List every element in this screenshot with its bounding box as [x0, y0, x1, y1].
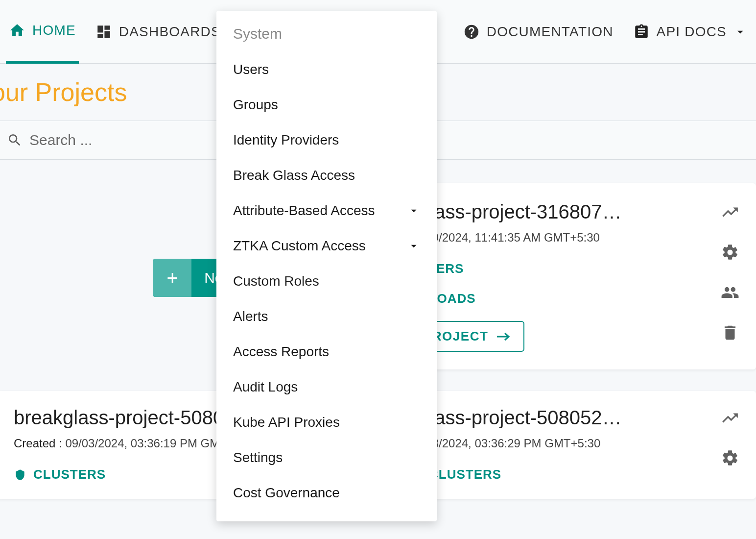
system-dropdown: System Users Groups Identity Providers B… — [216, 11, 437, 521]
dropdown-item-attribute-based-access[interactable]: Attribute-Based Access — [216, 193, 437, 228]
people-icon[interactable] — [721, 283, 739, 302]
nav-documentation[interactable]: DOCUMENTATION — [460, 0, 616, 64]
nav-home[interactable]: HOME — [6, 0, 79, 64]
project-card: kglass-project-316807… 08/29/2024, 11:41… — [393, 183, 756, 369]
trash-icon[interactable] — [721, 323, 739, 342]
gear-icon[interactable] — [721, 243, 739, 262]
dropdown-item-cost-governance[interactable]: Cost Governance — [216, 475, 437, 511]
dropdown-item-kube-api-proxies[interactable]: Kube API Proxies — [216, 405, 437, 440]
gear-icon[interactable] — [721, 449, 739, 467]
dropdown-item-break-glass-access[interactable]: Break Glass Access — [216, 158, 437, 193]
chevron-down-icon — [733, 25, 747, 39]
workloads-link[interactable]: RKLOADS — [409, 291, 716, 306]
project-created: 08/29/2024, 11:41:35 AM GMT+5:30 — [409, 231, 716, 245]
nav-api-docs[interactable]: API DOCS — [630, 0, 750, 64]
help-icon — [463, 24, 480, 40]
clusters-link[interactable]: CLUSTERS — [409, 467, 716, 482]
clipboard-icon — [633, 24, 650, 40]
dropdown-item-settings[interactable]: Settings — [216, 440, 437, 475]
dropdown-item-alerts[interactable]: Alerts — [216, 299, 437, 334]
home-icon — [9, 22, 25, 39]
dropdown-item-identity-providers[interactable]: Identity Providers — [216, 122, 437, 158]
project-name: kglass-project-508052… — [409, 407, 716, 429]
search-icon — [7, 132, 23, 148]
trending-icon[interactable] — [721, 409, 739, 427]
dropdown-item-audit-logs[interactable]: Audit Logs — [216, 369, 437, 405]
project-name: kglass-project-316807… — [409, 201, 716, 223]
dropdown-item-access-reports[interactable]: Access Reports — [216, 334, 437, 369]
trending-icon[interactable] — [721, 203, 739, 221]
chevron-down-icon — [407, 240, 420, 252]
dropdown-item-users[interactable]: Users — [216, 52, 437, 87]
dropdown-item-groups[interactable]: Groups — [216, 87, 437, 122]
dropdown-group-label: System — [216, 16, 437, 52]
chevron-down-icon — [407, 204, 420, 217]
dropdown-item-ztka-custom-access[interactable]: ZTKA Custom Access — [216, 228, 437, 264]
clusters-link[interactable]: USTERS — [409, 261, 716, 276]
nav-home-label: HOME — [32, 23, 76, 38]
project-card: kglass-project-508052… 09/03/2024, 03:36… — [393, 391, 756, 499]
project-created: 09/03/2024, 03:36:29 PM GMT+5:30 — [409, 437, 716, 450]
nav-api-docs-label: API DOCS — [657, 24, 727, 40]
nav-dashboards-label: DASHBOARDS — [119, 24, 221, 40]
plus-icon: + — [153, 259, 191, 297]
dropdown-item-custom-roles[interactable]: Custom Roles — [216, 264, 437, 299]
dashboard-icon — [95, 24, 112, 40]
arrow-right-icon — [496, 331, 511, 342]
nav-dashboards[interactable]: DASHBOARDS — [93, 0, 224, 64]
nav-documentation-label: DOCUMENTATION — [487, 24, 614, 40]
cluster-icon — [14, 468, 26, 481]
